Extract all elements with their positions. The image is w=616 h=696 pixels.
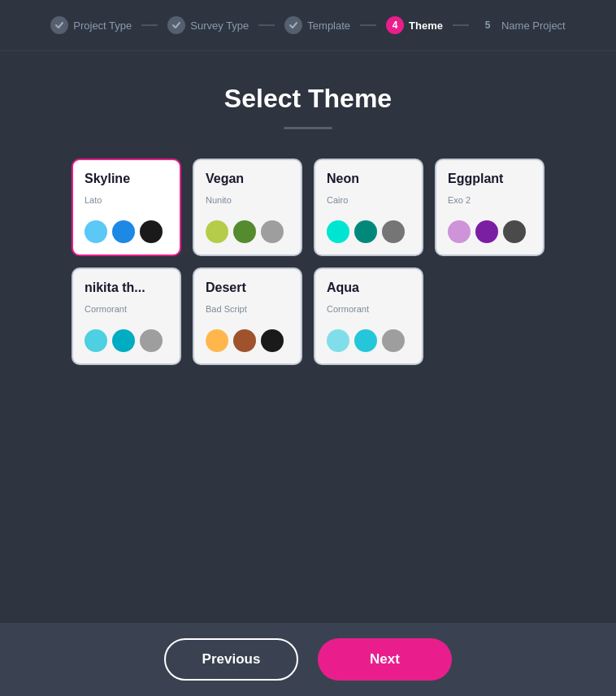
theme-colors-desert <box>206 329 289 352</box>
page-title: Select Theme <box>224 84 392 114</box>
theme-font-aqua: Cormorant <box>327 304 410 314</box>
theme-name-skyline: Skyline <box>85 172 168 186</box>
color-dot-neon-1 <box>354 220 377 243</box>
step-survey-type[interactable]: Survey Type <box>167 16 249 34</box>
theme-colors-nikita <box>85 329 168 352</box>
step-icon-name-project: 5 <box>479 16 497 34</box>
color-dot-aqua-2 <box>382 329 405 352</box>
theme-card-desert[interactable]: DesertBad Script <box>193 268 302 365</box>
previous-button[interactable]: Previous <box>164 638 298 681</box>
theme-colors-aqua <box>327 329 410 352</box>
step-label-project-type: Project Type <box>73 20 132 32</box>
color-dot-neon-2 <box>382 220 405 243</box>
color-dot-neon-0 <box>327 220 349 243</box>
step-project-type[interactable]: Project Type <box>50 16 132 34</box>
color-dot-vegan-2 <box>261 220 284 243</box>
theme-colors-eggplant <box>448 220 531 243</box>
theme-font-eggplant: Exo 2 <box>448 195 531 205</box>
color-dot-eggplant-0 <box>448 220 471 243</box>
color-dot-vegan-0 <box>206 220 228 243</box>
color-dot-skyline-2 <box>140 220 163 243</box>
color-dot-nikita-1 <box>112 329 135 352</box>
step-divider <box>360 24 376 26</box>
theme-font-desert: Bad Script <box>206 304 289 314</box>
step-divider <box>141 24 158 26</box>
theme-colors-vegan <box>206 220 289 243</box>
color-dot-skyline-1 <box>112 220 135 243</box>
step-icon-survey-type <box>167 16 185 34</box>
step-label-name-project: Name Project <box>501 20 566 32</box>
color-dot-desert-2 <box>261 329 284 352</box>
step-icon-project-type <box>50 16 68 34</box>
color-dot-aqua-1 <box>354 329 377 352</box>
theme-name-neon: Neon <box>327 172 410 186</box>
theme-name-vegan: Vegan <box>206 172 289 186</box>
title-divider <box>284 127 332 129</box>
theme-font-vegan: Nunito <box>206 195 289 205</box>
step-divider <box>453 24 469 26</box>
theme-name-desert: Desert <box>206 281 289 295</box>
step-name-project[interactable]: 5Name Project <box>479 16 566 34</box>
theme-card-eggplant[interactable]: EggplantExo 2 <box>435 159 544 256</box>
step-icon-template <box>284 16 302 34</box>
step-theme[interactable]: 4Theme <box>386 16 443 34</box>
color-dot-skyline-0 <box>85 220 107 243</box>
color-dot-desert-0 <box>206 329 228 352</box>
color-dot-desert-1 <box>233 329 256 352</box>
main-content: Select Theme SkylineLatoVeganNunitoNeonC… <box>0 51 616 623</box>
theme-card-vegan[interactable]: VeganNunito <box>193 159 302 256</box>
theme-font-neon: Cairo <box>327 195 410 205</box>
step-icon-theme: 4 <box>386 16 404 34</box>
next-button[interactable]: Next <box>318 638 452 681</box>
theme-colors-neon <box>327 220 410 243</box>
step-label-survey-type: Survey Type <box>190 20 249 32</box>
color-dot-eggplant-2 <box>503 220 526 243</box>
bottom-bar: Previous Next <box>0 623 616 696</box>
color-dot-vegan-1 <box>233 220 256 243</box>
color-dot-eggplant-1 <box>475 220 498 243</box>
theme-colors-skyline <box>85 220 168 243</box>
color-dot-aqua-0 <box>327 329 349 352</box>
step-label-template: Template <box>307 20 350 32</box>
step-divider <box>258 24 275 26</box>
theme-card-aqua[interactable]: AquaCormorant <box>314 268 423 365</box>
theme-name-nikita: nikita th... <box>85 281 168 295</box>
theme-font-skyline: Lato <box>85 195 168 205</box>
theme-name-aqua: Aqua <box>327 281 410 295</box>
theme-card-neon[interactable]: NeonCairo <box>314 159 423 256</box>
stepper: Project TypeSurvey TypeTemplate4Theme5Na… <box>0 0 616 51</box>
theme-card-nikita[interactable]: nikita th...Cormorant <box>72 268 181 365</box>
step-label-theme: Theme <box>409 20 443 32</box>
theme-font-nikita: Cormorant <box>85 304 168 314</box>
step-template[interactable]: Template <box>284 16 350 34</box>
theme-card-skyline[interactable]: SkylineLato <box>72 159 181 256</box>
theme-name-eggplant: Eggplant <box>448 172 531 186</box>
color-dot-nikita-0 <box>85 329 107 352</box>
color-dot-nikita-2 <box>140 329 163 352</box>
theme-grid: SkylineLatoVeganNunitoNeonCairoEggplantE… <box>72 159 544 365</box>
